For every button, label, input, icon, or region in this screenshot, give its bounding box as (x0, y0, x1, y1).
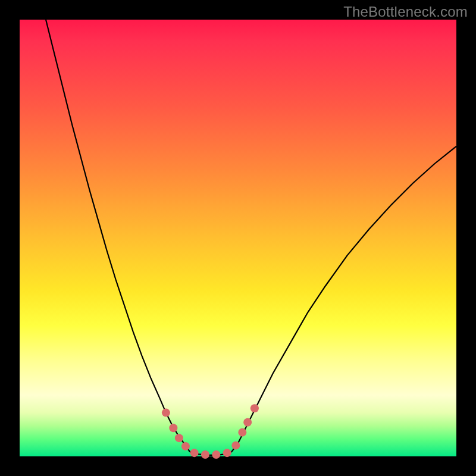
right-marker-1 (231, 441, 240, 450)
floor-marker-3 (212, 450, 220, 459)
floor-marker-4 (223, 449, 231, 457)
left-marker-4 (181, 442, 190, 450)
right-curve-path (231, 146, 456, 452)
curve-group (46, 20, 456, 455)
right-marker-3 (243, 418, 252, 427)
right-marker-4 (250, 404, 259, 412)
right-marker-2 (238, 428, 246, 437)
chart-svg (20, 20, 456, 456)
floor-marker-2 (201, 450, 209, 459)
left-curve-path (46, 20, 190, 452)
watermark-text: TheBottleneck.com (343, 4, 468, 20)
plot-area (20, 20, 456, 456)
floor-marker-1 (190, 449, 199, 457)
left-marker-2 (169, 424, 177, 432)
left-marker-1 (162, 409, 170, 417)
left-marker-3 (175, 434, 183, 442)
